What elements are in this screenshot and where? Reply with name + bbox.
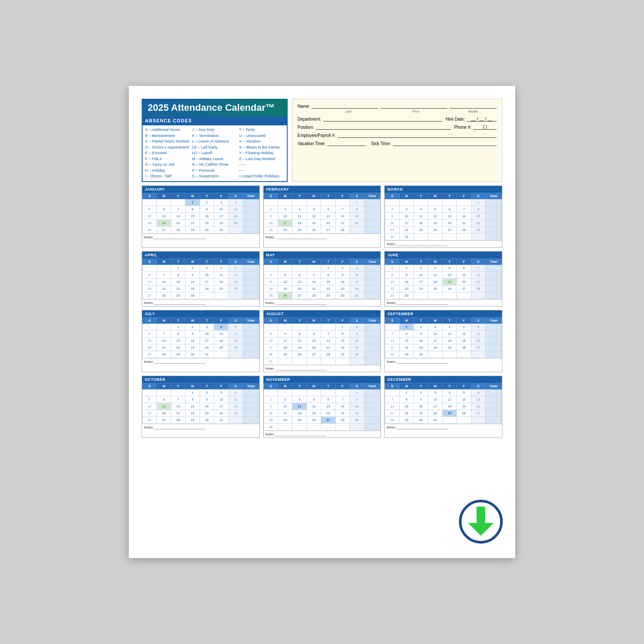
- day-cell: 2: [264, 206, 278, 213]
- month-table: SMTWTFSTotal1234567891011121314151617181…: [142, 258, 259, 299]
- day-cell: 9: [264, 213, 278, 219]
- day-cell: 27: [292, 292, 307, 299]
- day-cell: 30: [385, 233, 399, 240]
- day-cell: 2: [264, 396, 278, 403]
- day-cell: [335, 358, 349, 365]
- day-cell: 19: [143, 219, 157, 226]
- day-cell: 17: [278, 219, 292, 226]
- day-cell: 28: [335, 416, 349, 423]
- day-cell: 28: [457, 226, 471, 233]
- col-header-w-3: W: [185, 383, 200, 389]
- day-cell: 26: [228, 285, 243, 292]
- month-header: APRIL: [142, 252, 259, 258]
- day-cell: [457, 199, 471, 206]
- day-cell: 26: [292, 351, 307, 358]
- day-cell: 29: [335, 351, 349, 358]
- absence-code-item: = Legal Public Holidays: [239, 173, 284, 179]
- day-cell: [307, 264, 321, 271]
- month-table: SMTWTFSTotal1234567891011121314151617181…: [264, 193, 381, 234]
- day-cell: [335, 389, 349, 396]
- day-cell: 31: [214, 226, 228, 233]
- col-header-t-2: T: [292, 258, 307, 264]
- month-header: FEBRUARY: [264, 186, 381, 193]
- day-cell: 19: [442, 278, 456, 285]
- day-cell: 26: [278, 292, 292, 299]
- col-header-s-6: S: [471, 383, 485, 389]
- col-header-w-3: W: [307, 383, 321, 389]
- col-header-t-4: T: [442, 258, 456, 264]
- col-header-t-4: T: [321, 383, 335, 389]
- day-cell: 27: [143, 292, 157, 299]
- day-cell: [243, 206, 259, 213]
- day-cell: [486, 233, 502, 240]
- day-cell: [264, 264, 278, 271]
- day-cell: [200, 292, 214, 299]
- day-cell: 22: [385, 285, 399, 292]
- svg-marker-2: [468, 523, 494, 536]
- col-header-w-3: W: [307, 317, 321, 323]
- day-cell: [278, 358, 292, 365]
- day-cell: 18: [414, 219, 428, 226]
- col-header-t-2: T: [414, 193, 428, 199]
- day-cell: 16: [200, 213, 214, 219]
- day-cell: 14: [157, 278, 171, 285]
- day-cell: [243, 396, 259, 403]
- day-cell: 6: [442, 206, 456, 213]
- col-header-s-0: S: [385, 317, 399, 323]
- day-cell: 6: [307, 330, 321, 337]
- day-cell: 13: [143, 337, 157, 344]
- day-cell: 28: [321, 351, 335, 358]
- day-cell: [228, 226, 243, 233]
- day-cell: 15: [335, 337, 349, 344]
- hire-date-label: Hire Date:: [446, 117, 465, 122]
- col-header-total-7: Total: [486, 193, 502, 199]
- day-cell: 27: [143, 351, 157, 358]
- day-cell: 30: [335, 292, 349, 299]
- day-cell: 23: [350, 344, 364, 351]
- day-cell: [471, 351, 485, 358]
- download-overlay[interactable]: [455, 498, 507, 550]
- day-cell: 18: [278, 344, 292, 351]
- day-cell: [243, 292, 259, 299]
- day-cell: 27: [307, 351, 321, 358]
- month-header: DECEMBER: [385, 376, 502, 383]
- day-cell: 26: [307, 416, 321, 423]
- month-header: MAY: [264, 252, 381, 258]
- month-table: SMTWTFSTotal1234567891011121314151617181…: [264, 317, 381, 365]
- day-cell: [385, 389, 399, 396]
- day-cell: 3: [214, 389, 228, 396]
- col-header-f-5: F: [457, 317, 471, 323]
- day-cell: [264, 199, 278, 206]
- day-cell: 5: [457, 389, 471, 396]
- col-header-total-7: Total: [364, 193, 380, 199]
- month-calendar-june: JUNESMTWTFSTotal123456789101112131415161…: [384, 251, 502, 307]
- day-cell: [364, 330, 380, 337]
- day-cell: [243, 323, 259, 330]
- day-cell: [457, 292, 471, 299]
- day-cell: [364, 219, 380, 226]
- day-cell: 31: [428, 416, 442, 423]
- day-cell: 20: [471, 337, 485, 344]
- day-cell: [143, 389, 157, 396]
- day-cell: [364, 351, 380, 358]
- day-cell: 9: [414, 396, 428, 403]
- day-cell: 12: [457, 330, 471, 337]
- day-cell: 31: [264, 358, 278, 365]
- day-cell: 13: [143, 278, 157, 285]
- day-cell: 1: [350, 389, 364, 396]
- day-cell: 14: [321, 337, 335, 344]
- day-cell: 9: [350, 330, 364, 337]
- day-cell: [486, 330, 502, 337]
- day-cell: [486, 396, 502, 403]
- day-cell: [486, 213, 502, 219]
- day-cell: 16: [185, 337, 200, 344]
- day-cell: 8: [171, 271, 185, 278]
- notes-line: Notes ___________________________: [385, 299, 502, 306]
- day-cell: 11: [428, 271, 442, 278]
- day-cell: 24: [278, 416, 292, 423]
- day-cell: 20: [321, 410, 335, 416]
- col-header-t-4: T: [200, 258, 214, 264]
- absence-code-item: LO – Layoff: [192, 150, 237, 156]
- day-cell: 25: [228, 410, 243, 416]
- day-cell: 10: [200, 330, 214, 337]
